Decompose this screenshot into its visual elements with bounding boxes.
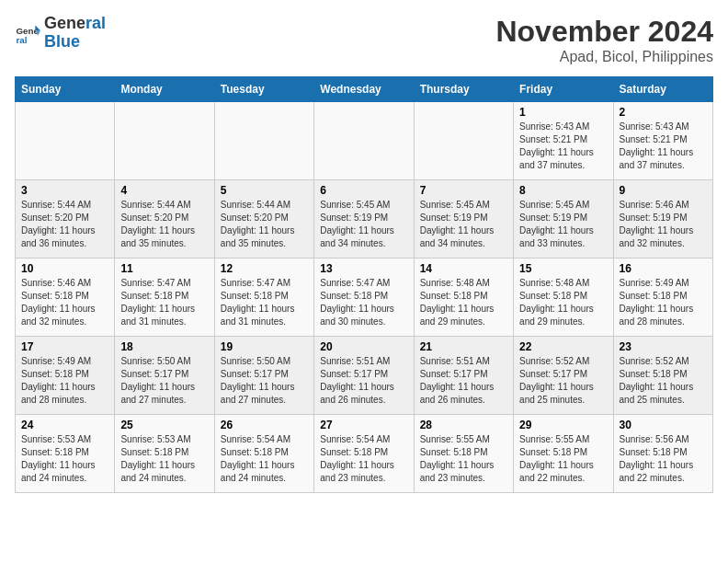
day-info: Sunrise: 5:51 AM Sunset: 5:17 PM Dayligh…	[320, 355, 407, 407]
calendar-cell	[115, 102, 214, 180]
day-number: 7	[420, 184, 507, 197]
calendar-cell: 28Sunrise: 5:55 AM Sunset: 5:18 PM Dayli…	[414, 415, 513, 493]
calendar-cell: 13Sunrise: 5:47 AM Sunset: 5:18 PM Dayli…	[314, 259, 414, 337]
day-info: Sunrise: 5:49 AM Sunset: 5:18 PM Dayligh…	[21, 355, 108, 407]
day-info: Sunrise: 5:50 AM Sunset: 5:17 PM Dayligh…	[120, 355, 208, 407]
day-info: Sunrise: 5:53 AM Sunset: 5:18 PM Dayligh…	[21, 433, 108, 485]
calendar-cell: 4Sunrise: 5:44 AM Sunset: 5:20 PM Daylig…	[115, 180, 214, 259]
weekday-header-wednesday: Wednesday	[314, 77, 414, 102]
day-info: Sunrise: 5:56 AM Sunset: 5:18 PM Dayligh…	[620, 433, 707, 485]
calendar-cell: 18Sunrise: 5:50 AM Sunset: 5:17 PM Dayli…	[115, 337, 214, 415]
logo-icon: Gene ral	[15, 20, 40, 46]
calendar-week-row: 24Sunrise: 5:53 AM Sunset: 5:18 PM Dayli…	[16, 415, 713, 493]
weekday-header-monday: Monday	[115, 77, 214, 102]
calendar-cell: 9Sunrise: 5:46 AM Sunset: 5:19 PM Daylig…	[613, 180, 712, 259]
calendar-cell: 30Sunrise: 5:56 AM Sunset: 5:18 PM Dayli…	[613, 415, 712, 493]
calendar-cell: 19Sunrise: 5:50 AM Sunset: 5:17 PM Dayli…	[214, 337, 313, 415]
day-info: Sunrise: 5:47 AM Sunset: 5:18 PM Dayligh…	[120, 277, 208, 328]
calendar-cell: 15Sunrise: 5:48 AM Sunset: 5:18 PM Dayli…	[514, 259, 613, 337]
calendar-cell: 10Sunrise: 5:46 AM Sunset: 5:18 PM Dayli…	[16, 259, 115, 337]
day-number: 26	[221, 419, 308, 431]
day-info: Sunrise: 5:47 AM Sunset: 5:18 PM Dayligh…	[221, 277, 308, 328]
day-number: 2	[620, 106, 707, 119]
calendar-cell: 2Sunrise: 5:43 AM Sunset: 5:21 PM Daylig…	[613, 102, 712, 180]
day-number: 30	[620, 419, 707, 431]
day-number: 27	[320, 419, 407, 431]
day-number: 16	[620, 262, 707, 275]
day-number: 14	[420, 262, 507, 275]
calendar-cell: 12Sunrise: 5:47 AM Sunset: 5:18 PM Dayli…	[214, 259, 313, 337]
calendar-cell	[16, 102, 115, 180]
page-header: Gene ral GeneralBlue November 2024 Apad,…	[15, 15, 713, 65]
calendar-cell: 25Sunrise: 5:53 AM Sunset: 5:18 PM Dayli…	[115, 415, 214, 493]
day-number: 5	[221, 184, 308, 197]
day-number: 9	[620, 184, 707, 197]
day-number: 22	[519, 340, 607, 353]
day-number: 11	[120, 262, 208, 275]
weekday-header-thursday: Thursday	[414, 77, 513, 102]
day-info: Sunrise: 5:43 AM Sunset: 5:21 PM Dayligh…	[519, 121, 607, 172]
calendar-cell: 17Sunrise: 5:49 AM Sunset: 5:18 PM Dayli…	[16, 337, 115, 415]
day-number: 28	[420, 419, 507, 431]
title-section: November 2024 Apad, Bicol, Philippines	[495, 15, 713, 65]
calendar-cell: 11Sunrise: 5:47 AM Sunset: 5:18 PM Dayli…	[115, 259, 214, 337]
day-info: Sunrise: 5:45 AM Sunset: 5:19 PM Dayligh…	[420, 199, 507, 250]
day-info: Sunrise: 5:44 AM Sunset: 5:20 PM Dayligh…	[21, 199, 108, 250]
day-number: 1	[519, 106, 607, 119]
calendar-table: SundayMondayTuesdayWednesdayThursdayFrid…	[15, 76, 713, 493]
day-number: 17	[21, 340, 108, 353]
weekday-header-sunday: Sunday	[16, 77, 115, 102]
svg-text:ral: ral	[16, 35, 27, 45]
calendar-week-row: 3Sunrise: 5:44 AM Sunset: 5:20 PM Daylig…	[16, 180, 713, 259]
calendar-cell	[414, 102, 513, 180]
calendar-cell: 26Sunrise: 5:54 AM Sunset: 5:18 PM Dayli…	[214, 415, 313, 493]
day-number: 20	[320, 340, 407, 353]
day-number: 3	[21, 184, 108, 197]
day-info: Sunrise: 5:46 AM Sunset: 5:19 PM Dayligh…	[620, 199, 707, 250]
day-number: 18	[120, 340, 208, 353]
day-number: 21	[420, 340, 507, 353]
day-info: Sunrise: 5:55 AM Sunset: 5:18 PM Dayligh…	[519, 433, 607, 485]
calendar-cell: 20Sunrise: 5:51 AM Sunset: 5:17 PM Dayli…	[314, 337, 414, 415]
weekday-header-row: SundayMondayTuesdayWednesdayThursdayFrid…	[16, 77, 713, 102]
day-number: 24	[21, 419, 108, 431]
calendar-week-row: 1Sunrise: 5:43 AM Sunset: 5:21 PM Daylig…	[16, 102, 713, 180]
calendar-cell: 23Sunrise: 5:52 AM Sunset: 5:18 PM Dayli…	[613, 337, 712, 415]
day-number: 6	[320, 184, 407, 197]
calendar-cell: 3Sunrise: 5:44 AM Sunset: 5:20 PM Daylig…	[16, 180, 115, 259]
weekday-header-saturday: Saturday	[613, 77, 712, 102]
calendar-cell: 1Sunrise: 5:43 AM Sunset: 5:21 PM Daylig…	[514, 102, 613, 180]
day-number: 8	[519, 184, 607, 197]
day-info: Sunrise: 5:54 AM Sunset: 5:18 PM Dayligh…	[221, 433, 308, 485]
day-info: Sunrise: 5:47 AM Sunset: 5:18 PM Dayligh…	[320, 277, 407, 328]
day-info: Sunrise: 5:53 AM Sunset: 5:18 PM Dayligh…	[120, 433, 208, 485]
calendar-cell: 8Sunrise: 5:45 AM Sunset: 5:19 PM Daylig…	[514, 180, 613, 259]
day-info: Sunrise: 5:45 AM Sunset: 5:19 PM Dayligh…	[320, 199, 407, 250]
calendar-cell: 22Sunrise: 5:52 AM Sunset: 5:17 PM Dayli…	[514, 337, 613, 415]
day-number: 25	[120, 419, 208, 431]
logo: Gene ral GeneralBlue	[15, 15, 106, 52]
calendar-cell: 7Sunrise: 5:45 AM Sunset: 5:19 PM Daylig…	[414, 180, 513, 259]
calendar-cell	[314, 102, 414, 180]
calendar-cell: 5Sunrise: 5:44 AM Sunset: 5:20 PM Daylig…	[214, 180, 313, 259]
day-info: Sunrise: 5:51 AM Sunset: 5:17 PM Dayligh…	[420, 355, 507, 407]
day-number: 23	[620, 340, 707, 353]
month-title: November 2024	[495, 15, 713, 49]
calendar-week-row: 17Sunrise: 5:49 AM Sunset: 5:18 PM Dayli…	[16, 337, 713, 415]
day-number: 12	[221, 262, 308, 275]
weekday-header-tuesday: Tuesday	[214, 77, 313, 102]
day-info: Sunrise: 5:52 AM Sunset: 5:17 PM Dayligh…	[519, 355, 607, 407]
day-info: Sunrise: 5:54 AM Sunset: 5:18 PM Dayligh…	[320, 433, 407, 485]
day-info: Sunrise: 5:44 AM Sunset: 5:20 PM Dayligh…	[120, 199, 208, 250]
day-number: 4	[120, 184, 208, 197]
day-info: Sunrise: 5:48 AM Sunset: 5:18 PM Dayligh…	[420, 277, 507, 328]
calendar-cell: 21Sunrise: 5:51 AM Sunset: 5:17 PM Dayli…	[414, 337, 513, 415]
calendar-cell: 14Sunrise: 5:48 AM Sunset: 5:18 PM Dayli…	[414, 259, 513, 337]
day-info: Sunrise: 5:50 AM Sunset: 5:17 PM Dayligh…	[221, 355, 308, 407]
day-number: 15	[519, 262, 607, 275]
calendar-cell: 24Sunrise: 5:53 AM Sunset: 5:18 PM Dayli…	[16, 415, 115, 493]
day-number: 10	[21, 262, 108, 275]
weekday-header-friday: Friday	[514, 77, 613, 102]
day-info: Sunrise: 5:43 AM Sunset: 5:21 PM Dayligh…	[620, 121, 707, 172]
logo-text: GeneralBlue	[44, 15, 106, 52]
